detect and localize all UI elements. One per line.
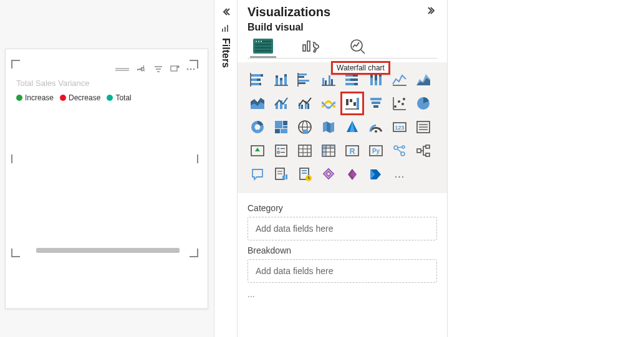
- arcgis-map-icon[interactable]: [317, 163, 340, 186]
- paginated-report-icon[interactable]: [294, 163, 316, 186]
- svg-text:Py: Py: [372, 148, 380, 154]
- pane-subtitle: Build visual: [238, 21, 447, 36]
- svg-rect-96: [276, 145, 287, 156]
- scatter-chart-icon[interactable]: [388, 92, 411, 115]
- svg-rect-5: [224, 27, 226, 32]
- map-icon[interactable]: [294, 116, 316, 138]
- svg-point-2: [190, 69, 192, 70]
- stacked-area-chart-icon[interactable]: [246, 92, 269, 115]
- svg-text:123: 123: [395, 125, 404, 131]
- expand-filters-button[interactable]: [214, 0, 238, 24]
- power-automate-icon[interactable]: [365, 163, 387, 186]
- focus-mode-icon[interactable]: [169, 64, 180, 75]
- smart-narrative-icon[interactable]: [270, 163, 292, 186]
- gauge-icon[interactable]: [365, 116, 387, 138]
- donut-chart-icon[interactable]: [246, 116, 269, 138]
- card-icon[interactable]: 123: [388, 116, 411, 138]
- visual-header-toolbar: [115, 61, 196, 77]
- svg-rect-8: [255, 40, 271, 42]
- treemap-icon[interactable]: [270, 116, 292, 138]
- svg-rect-65: [357, 98, 359, 109]
- pie-chart-icon[interactable]: [412, 92, 435, 115]
- svg-rect-59: [301, 105, 303, 109]
- power-apps-icon[interactable]: [341, 163, 363, 186]
- more-options-icon[interactable]: [185, 64, 196, 75]
- svg-rect-67: [370, 98, 382, 100]
- svg-point-78: [255, 125, 261, 130]
- stacked-bar-chart-icon[interactable]: [246, 69, 269, 91]
- decomposition-tree-icon[interactable]: [412, 140, 435, 162]
- get-more-visuals-icon[interactable]: ...: [388, 163, 411, 186]
- svg-rect-20: [251, 78, 257, 81]
- waterfall-chart-icon[interactable]: [341, 92, 363, 115]
- kpi-icon[interactable]: [246, 140, 269, 162]
- python-visual-icon[interactable]: Py: [365, 140, 387, 162]
- gallery-tooltip: Waterfall chart: [331, 61, 390, 75]
- r-visual-icon[interactable]: R: [341, 140, 363, 162]
- resize-handle-br[interactable]: [190, 249, 198, 257]
- visual-title-placeholder: Total Sales Variance: [16, 78, 90, 88]
- azure-map-icon[interactable]: [341, 116, 363, 138]
- multi-row-card-icon[interactable]: [412, 116, 435, 138]
- svg-rect-11: [255, 50, 271, 52]
- filled-map-icon[interactable]: [317, 116, 340, 138]
- slicer-icon[interactable]: [270, 140, 292, 162]
- line-chart-icon[interactable]: [388, 69, 411, 91]
- visual-container[interactable]: Total Sales Variance Increase Decrease T…: [11, 60, 198, 257]
- pane-title: Visualizations: [248, 5, 330, 19]
- filter-visual-icon[interactable]: [153, 64, 164, 75]
- svg-rect-68: [372, 102, 380, 104]
- area-chart-icon[interactable]: [412, 69, 435, 91]
- ribbon-chart-icon[interactable]: [317, 92, 340, 115]
- svg-rect-39: [329, 75, 330, 85]
- analytics-tab[interactable]: [345, 36, 371, 58]
- resize-handle-right[interactable]: [197, 154, 198, 163]
- field-well-label-breakdown: Breakdown: [248, 245, 437, 255]
- svg-rect-45: [350, 78, 358, 81]
- svg-point-71: [398, 100, 400, 103]
- stacked-column-chart-icon[interactable]: [270, 69, 292, 91]
- matrix-icon[interactable]: [317, 140, 340, 162]
- format-visual-tab[interactable]: [297, 36, 324, 58]
- expand-pane-button[interactable]: [427, 6, 437, 19]
- field-well-breakdown[interactable]: Add data fields here: [248, 259, 437, 283]
- visualization-gallery: Waterfall chart: [238, 62, 447, 193]
- build-visual-tab[interactable]: [250, 36, 276, 58]
- resize-handle-bl[interactable]: [11, 249, 20, 257]
- filters-pane-label[interactable]: Filters: [220, 38, 231, 68]
- svg-rect-64: [353, 102, 356, 106]
- drag-grip-icon[interactable]: [115, 67, 129, 71]
- svg-rect-69: [373, 105, 378, 108]
- line-clustered-column-chart-icon[interactable]: [294, 92, 316, 115]
- line-stacked-column-chart-icon[interactable]: [270, 92, 292, 115]
- svg-rect-101: [299, 145, 311, 156]
- resize-handle-left[interactable]: [11, 154, 12, 163]
- svg-rect-57: [284, 104, 287, 109]
- svg-rect-18: [251, 74, 261, 77]
- svg-rect-79: [275, 121, 282, 128]
- pin-icon[interactable]: [137, 64, 148, 75]
- clustered-bar-chart-icon[interactable]: [294, 69, 316, 91]
- key-influencers-icon[interactable]: [388, 140, 411, 162]
- svg-rect-99: [277, 151, 279, 153]
- report-canvas-area: Total Sales Variance Increase Decrease T…: [0, 0, 214, 337]
- svg-rect-26: [276, 75, 278, 78]
- svg-rect-124: [426, 153, 430, 156]
- resize-handle-tl[interactable]: [11, 60, 20, 69]
- qna-visual-icon[interactable]: [246, 163, 269, 186]
- svg-line-121: [398, 147, 402, 148]
- svg-rect-25: [276, 78, 278, 85]
- svg-rect-108: [322, 145, 326, 156]
- svg-rect-35: [298, 82, 305, 84]
- svg-rect-38: [325, 80, 327, 85]
- svg-rect-19: [261, 74, 263, 77]
- funnel-chart-icon[interactable]: [365, 92, 387, 115]
- visual-scrollbar[interactable]: [36, 248, 180, 253]
- svg-rect-4: [222, 29, 223, 32]
- svg-rect-87: [303, 130, 308, 134]
- field-well-label-category: Category: [248, 203, 437, 213]
- svg-rect-15: [303, 45, 305, 51]
- svg-rect-33: [298, 76, 304, 78]
- table-icon[interactable]: [294, 140, 316, 162]
- field-well-category[interactable]: Add data fields here: [248, 217, 437, 240]
